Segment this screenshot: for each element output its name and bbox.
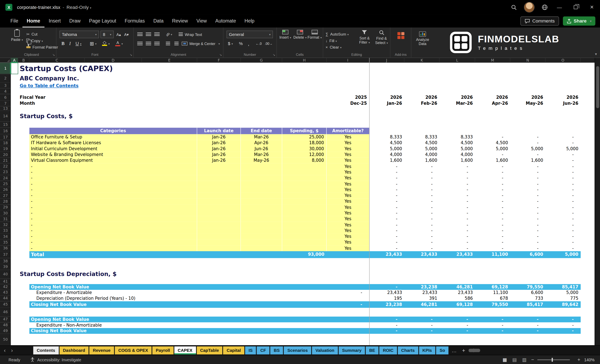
cell-O21[interactable]: - — [545, 158, 581, 164]
number-dialog-launcher[interactable]: ↘ — [273, 53, 275, 57]
cell-O42[interactable]: 85,417 — [545, 284, 581, 290]
cell-G19[interactable]: Jun-26 — [241, 146, 282, 152]
cell-O31[interactable]: - — [545, 216, 581, 222]
menu-home[interactable]: Home — [23, 14, 45, 27]
cell-N34[interactable]: - — [510, 234, 545, 239]
cell-C35[interactable]: - — [29, 239, 197, 245]
row-header-1[interactable]: 1 — [0, 63, 11, 74]
fill-color-button[interactable] — [101, 40, 111, 47]
cell-M49[interactable]: - — [475, 328, 510, 334]
cell-B40[interactable]: Startup Costs Depreciation, $ — [18, 270, 327, 279]
cell-N26[interactable]: - — [510, 187, 545, 192]
number-format-combo[interactable]: General — [227, 31, 273, 38]
zoom-out-button[interactable]: − — [531, 357, 534, 363]
accessibility-checker[interactable]: Accessibility: Investigate — [30, 357, 81, 362]
cell-M34[interactable]: - — [475, 234, 510, 239]
cell-M22[interactable]: - — [475, 164, 510, 169]
cell-M44[interactable]: 678 — [475, 296, 510, 301]
cell-N42[interactable]: 79,550 — [510, 284, 545, 290]
cell-N17[interactable]: - — [510, 134, 545, 140]
cell-J35[interactable]: - — [369, 239, 404, 245]
table-header-spending[interactable]: Spending, $ — [282, 128, 327, 134]
cell-J6[interactable]: 2026 — [369, 94, 404, 100]
tab-scenarios[interactable]: Scenarios — [284, 346, 311, 354]
cell-F34[interactable] — [197, 234, 241, 239]
cell-J33[interactable]: - — [369, 228, 404, 234]
cell-J29[interactable]: - — [369, 204, 404, 210]
cell-I21[interactable]: Yes — [327, 158, 369, 164]
cell-O30[interactable]: - — [545, 210, 581, 216]
select-all-corner[interactable] — [0, 58, 11, 63]
menu-formulas[interactable]: Formulas — [121, 14, 149, 27]
cell-F27[interactable] — [197, 193, 241, 199]
cell-I24[interactable]: Yes — [327, 175, 369, 181]
cell-K45[interactable]: 46,281 — [404, 301, 440, 308]
cell-G35[interactable] — [241, 239, 282, 245]
cell-I30[interactable]: Yes — [327, 210, 369, 216]
cell-L30[interactable]: - — [440, 210, 475, 216]
tab-charts[interactable]: Charts — [398, 346, 418, 354]
new-sheet-button[interactable]: + — [462, 347, 465, 354]
tab-summary[interactable]: Summary — [339, 346, 365, 354]
cell-I27[interactable]: Yes — [327, 193, 369, 199]
cell-F21[interactable]: Jan-26 — [197, 158, 241, 164]
cell-K19[interactable]: 5,000 — [404, 146, 440, 152]
cell-M18[interactable]: 4,500 — [475, 140, 510, 146]
cell-H23[interactable] — [282, 169, 327, 175]
decrease-indent-icon[interactable] — [164, 40, 172, 47]
cell-L29[interactable]: - — [440, 204, 475, 210]
cell-N25[interactable]: - — [510, 181, 545, 187]
close-button[interactable]: × — [584, 0, 600, 14]
col-header-N[interactable]: N — [510, 58, 545, 63]
cell-B6[interactable]: Fiscal Year — [18, 94, 85, 100]
cell-J25[interactable]: - — [369, 181, 404, 187]
cell-K35[interactable]: - — [404, 239, 440, 245]
row-header-22[interactable]: 22 — [0, 164, 11, 169]
cell-C48[interactable]: Expenditure - Non-Amortizable — [29, 322, 327, 328]
cell-M24[interactable]: - — [475, 175, 510, 181]
cell-H26[interactable] — [282, 187, 327, 192]
tab-dashboard[interactable]: Dashboard — [59, 346, 88, 354]
cell-G22[interactable] — [241, 164, 282, 169]
cell-I22[interactable]: Yes — [327, 164, 369, 169]
cell-K29[interactable]: - — [404, 204, 440, 210]
cell-J26[interactable]: - — [369, 187, 404, 192]
cell-N35[interactable]: - — [510, 239, 545, 245]
row-header-42[interactable]: 42 — [0, 284, 11, 290]
addins-button[interactable] — [394, 32, 408, 39]
row-header-44[interactable]: 44 — [0, 296, 11, 301]
menu-data[interactable]: Data — [149, 14, 168, 27]
cell-I31[interactable]: Yes — [327, 216, 369, 222]
cell-N22[interactable]: - — [510, 164, 545, 169]
zoom-slider[interactable] — [537, 359, 570, 360]
col-header-E[interactable]: E — [142, 58, 197, 63]
cell-M7[interactable]: Apr-26 — [475, 100, 510, 106]
cell-J17[interactable]: 8,333 — [369, 134, 404, 140]
row-header-15[interactable]: 15 — [0, 122, 11, 128]
cell-C25[interactable]: - — [29, 181, 197, 187]
cell-O25[interactable]: - — [545, 181, 581, 187]
row-header-41[interactable]: 41 — [0, 279, 11, 284]
cell-J32[interactable]: - — [369, 222, 404, 228]
cell-O34[interactable]: - — [545, 234, 581, 239]
cell-N36[interactable]: - — [510, 246, 545, 251]
cell-G21[interactable]: May-26 — [241, 158, 282, 164]
col-header-F[interactable]: F — [197, 58, 241, 63]
cell-N19[interactable]: 5,000 — [510, 146, 545, 152]
shrink-font-button[interactable]: A▾ — [123, 31, 130, 38]
cut-button[interactable]: ✂Cut — [26, 31, 58, 37]
cell-C37[interactable]: Total — [29, 251, 197, 258]
font-size-combo[interactable]: 8 — [101, 31, 114, 38]
cell-C47[interactable]: Opening Net Book Value — [29, 317, 282, 322]
cell-L44[interactable]: 586 — [440, 296, 475, 301]
cell-L26[interactable]: - — [440, 187, 475, 192]
cell-G30[interactable] — [241, 210, 282, 216]
cell-J49[interactable]: - — [369, 328, 404, 334]
cell-I19[interactable]: Yes — [327, 146, 369, 152]
cell-K26[interactable]: - — [404, 187, 440, 192]
cell-F31[interactable] — [197, 216, 241, 222]
cell-M29[interactable]: - — [475, 204, 510, 210]
cell-M32[interactable]: - — [475, 222, 510, 228]
bold-button[interactable]: B — [60, 40, 66, 47]
cell-C45[interactable]: Closing Net Book Value — [29, 301, 282, 308]
